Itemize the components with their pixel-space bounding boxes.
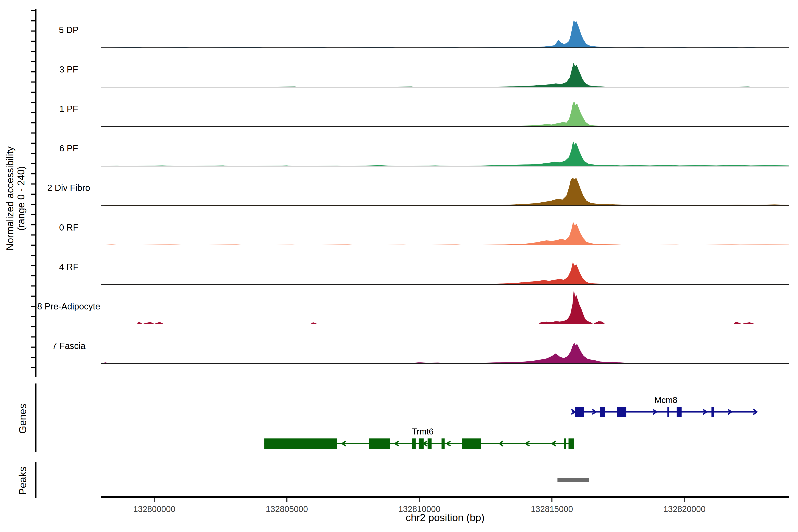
gene-exon	[711, 407, 714, 417]
coverage-area	[101, 20, 789, 48]
gene-name-label: Trmt6	[390, 427, 456, 436]
gene-exon	[428, 438, 432, 449]
x-axis-tick-label: 132820000	[649, 505, 720, 514]
gene-exon	[617, 407, 626, 417]
track-label: 7 Fascia	[11, 341, 126, 351]
gene-exon	[677, 407, 682, 417]
x-axis-title: chr2 position (bp)	[379, 512, 512, 524]
gene-exon	[462, 438, 481, 449]
track-label: 3 PF	[11, 64, 126, 75]
y-axis-title-line1: Normalized accessibility	[4, 146, 15, 250]
genome-coverage-figure: Normalized accessibility (range 0 - 240)…	[0, 0, 798, 532]
track-label: 0 RF	[11, 223, 126, 232]
gene-exon	[369, 438, 390, 449]
gene-exon	[667, 407, 669, 417]
track-label: 4 RF	[11, 262, 126, 272]
track-label: 5 DP	[11, 25, 126, 35]
genes-section-label: Genes	[17, 390, 28, 448]
coverage-area	[101, 290, 789, 324]
gene-exon	[569, 438, 574, 449]
track-label: 8 Pre-Adipocyte	[11, 302, 126, 311]
gene-name-label: Mcm8	[633, 396, 699, 405]
track-label: 6 PF	[11, 144, 126, 153]
gene-exon	[419, 438, 424, 449]
track-label: 2 Div Fibro	[11, 183, 126, 193]
peaks-section-label: Peaks	[17, 452, 28, 510]
coverage-area	[101, 63, 789, 87]
x-axis-tick-label: 132815000	[516, 505, 587, 514]
x-axis-tick-label: 132805000	[251, 505, 322, 514]
coverage-area	[101, 178, 789, 206]
gene-exon	[600, 407, 605, 417]
gene-exon	[412, 438, 416, 449]
coverage-area	[101, 101, 789, 127]
peak-region-bar	[557, 478, 589, 482]
coverage-area	[101, 343, 789, 363]
gene-exon	[564, 438, 566, 449]
coverage-area	[101, 141, 789, 166]
coverage-area	[101, 263, 789, 285]
y-axis-title-line2: (range 0 - 240)	[16, 166, 26, 230]
x-axis-tick-label: 132800000	[119, 505, 190, 514]
track-label: 1 PF	[11, 104, 126, 114]
y-axis-title: Normalized accessibility (range 0 - 240)	[4, 114, 26, 283]
gene-exon	[264, 438, 337, 449]
coverage-area	[101, 222, 789, 245]
gene-exon	[441, 438, 445, 449]
gene-exon	[575, 407, 584, 417]
